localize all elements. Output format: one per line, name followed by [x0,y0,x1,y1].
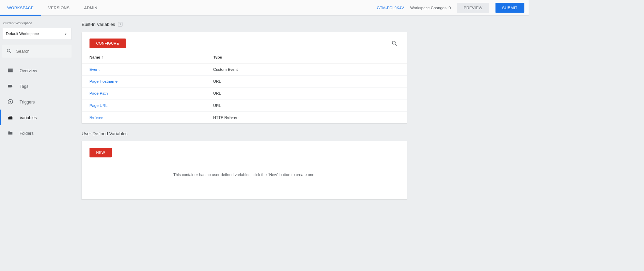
sidebar-item-variables[interactable]: Variables [2,110,72,125]
variables-icon [7,114,13,121]
submit-button[interactable]: SUBMIT [496,3,524,13]
search-input[interactable] [16,49,68,53]
column-name-header[interactable]: Name↑ [82,52,205,63]
browser-icon [7,67,13,74]
container-id-link[interactable]: GTM-PCL9K4V [377,5,404,10]
userdef-variables-card: NEW This container has no user-defined v… [82,141,407,200]
column-type-header[interactable]: Type [205,52,407,63]
table-row[interactable]: Page Hostname URL [82,75,407,87]
search-icon [6,48,12,54]
sidebar-item-label: Tags [19,84,28,89]
sidebar-search[interactable] [2,45,72,58]
new-button[interactable]: NEW [90,148,112,157]
variable-link[interactable]: Page URL [90,103,108,108]
variable-link[interactable]: Referrer [90,115,104,119]
table-row[interactable]: Referrer HTTP Referrer [82,111,407,123]
variable-type: HTTP Referrer [205,111,407,123]
builtin-section-title: Built-In Variables ? [82,22,407,27]
table-row[interactable]: Page Path URL [82,87,407,99]
table-search-button[interactable] [390,38,399,48]
main-content: Built-In Variables ? CONFIGURE Name↑ [74,16,415,204]
variable-type: URL [205,75,407,87]
userdef-section-title: User-Defined Variables [82,131,407,136]
workspace-selector[interactable]: Default Workspace [2,28,72,39]
sidebar: Current Workspace Default Workspace Over… [0,16,74,204]
sidebar-item-label: Triggers [19,99,35,104]
folder-icon [7,130,13,136]
search-icon [391,40,398,47]
help-icon[interactable]: ? [118,22,122,27]
builtin-variables-card: CONFIGURE Name↑ Type [82,32,407,123]
variable-link[interactable]: Page Hostname [90,79,117,83]
table-row[interactable]: Page URL URL [82,99,407,111]
current-workspace-label: Current Workspace [3,21,70,25]
variable-type: URL [205,99,407,111]
workspace-changes-label: Workspace Changes: 0 [410,5,451,10]
target-icon [7,99,13,105]
preview-button[interactable]: PREVIEW [457,3,489,13]
builtin-variables-table: Name↑ Type Event Custom Event Page Hostn… [82,52,407,123]
variable-type: URL [205,87,407,99]
sidebar-item-label: Folders [19,131,33,136]
sidebar-item-triggers[interactable]: Triggers [2,94,72,110]
tag-icon [7,83,13,89]
top-tabs: WORKSPACE VERSIONS ADMIN [0,0,105,15]
variable-type: Custom Event [205,63,407,75]
workspace-name: Default Workspace [6,32,39,36]
configure-button[interactable]: CONFIGURE [90,38,126,48]
variable-link[interactable]: Page Path [90,91,108,96]
tab-workspace[interactable]: WORKSPACE [0,0,41,15]
sidebar-item-label: Variables [19,115,36,120]
tab-admin[interactable]: ADMIN [77,0,105,15]
chevron-right-icon [63,32,68,36]
sort-asc-icon: ↑ [101,55,103,59]
empty-state-message: This container has no user-defined varia… [90,157,399,177]
sidebar-item-folders[interactable]: Folders [2,125,72,141]
sidebar-item-tags[interactable]: Tags [2,78,72,94]
tab-versions[interactable]: VERSIONS [41,0,77,15]
top-bar: WORKSPACE VERSIONS ADMIN GTM-PCL9K4V Wor… [0,0,529,16]
sidebar-item-overview[interactable]: Overview [2,63,72,78]
sidebar-nav: Overview Tags Triggers Variables [2,63,72,141]
sidebar-item-label: Overview [19,68,37,73]
variable-link[interactable]: Event [90,67,99,71]
svg-point-1 [10,101,11,103]
table-row[interactable]: Event Custom Event [82,63,407,75]
